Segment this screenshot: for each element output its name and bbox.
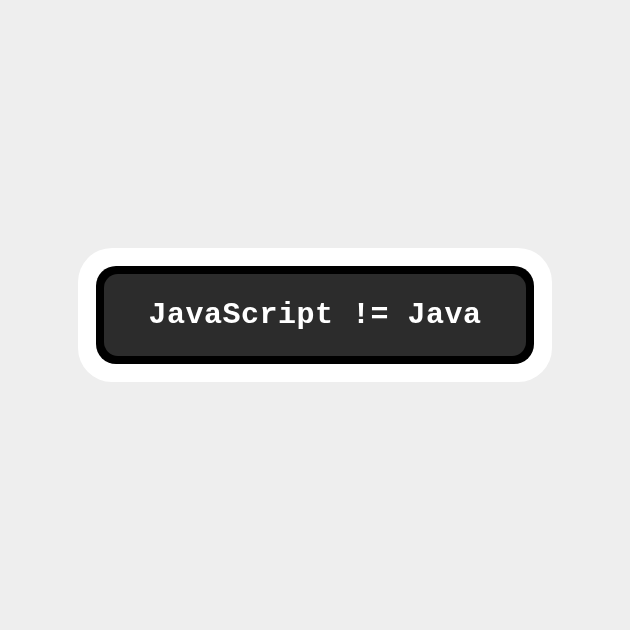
sticker-outer-border: JavaScript != Java [78,248,551,382]
sticker-black-ring: JavaScript != Java [96,266,533,364]
sticker-code-text: JavaScript != Java [104,274,525,356]
